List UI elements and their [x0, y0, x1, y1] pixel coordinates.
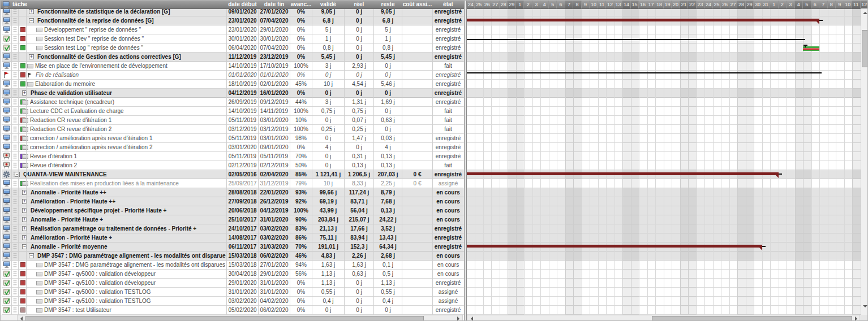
row-drag-handle[interactable]: [13, 144, 17, 150]
column-header-fin[interactable]: date fin: [259, 1, 290, 8]
cell-reste[interactable]: 5,45 j: [374, 53, 402, 62]
day-header-cell[interactable]: 24: [704, 1, 712, 8]
cell-reel[interactable]: 0 j: [345, 71, 373, 80]
day-header-cell[interactable]: 2: [524, 1, 532, 8]
cell-reste[interactable]: 0 j: [374, 107, 402, 116]
day-header-cell[interactable]: 27: [729, 1, 737, 8]
cell-reste[interactable]: 207,03 j: [374, 170, 402, 179]
day-header-cell[interactable]: 4: [795, 1, 803, 8]
task-row[interactable]: DMP 3547 - qv5100 : validation développe…: [2, 279, 464, 288]
cell-valide[interactable]: 0 j: [312, 161, 344, 170]
cell-reste[interactable]: 5,46 j: [374, 80, 402, 89]
cell-reel[interactable]: 0 j: [345, 25, 373, 34]
task-row[interactable]: Développement " reprise de données "23/0…: [2, 25, 464, 34]
day-header-cell[interactable]: 9: [582, 1, 590, 8]
cell-cout[interactable]: [402, 242, 432, 251]
cell-fin[interactable]: 31/03/2020: [259, 242, 290, 251]
cell-reste[interactable]: 1,13 j: [374, 279, 402, 288]
cell-debut[interactable]: 06/04/2020: [227, 44, 258, 53]
cell-fin[interactable]: 02/04/2020: [259, 170, 290, 179]
task-row[interactable]: Revue d'itération 105/11/201905/11/20197…: [2, 152, 464, 161]
cell-cout[interactable]: [402, 116, 432, 125]
day-header-cell[interactable]: 9: [836, 1, 844, 8]
cell-cout[interactable]: [402, 34, 432, 44]
cell-avanc[interactable]: 50%: [290, 161, 312, 170]
cell-reel[interactable]: 83,94 j: [345, 233, 373, 242]
cell-reel[interactable]: 2,26 j: [345, 251, 373, 261]
scrollbar-thumb[interactable]: [862, 30, 868, 67]
cell-fin[interactable]: 07/04/2020: [259, 16, 290, 25]
day-header-cell[interactable]: 12: [861, 1, 868, 8]
cell-cout[interactable]: [402, 143, 432, 152]
cell-valide[interactable]: 0 j: [312, 89, 344, 98]
task-row[interactable]: +Amélioration - Priorité Haute ++27/09/2…: [2, 197, 464, 206]
cell-reel[interactable]: 215,07 j: [345, 215, 373, 224]
day-header-cell[interactable]: 7: [565, 1, 573, 8]
cell-cout[interactable]: [402, 80, 432, 89]
cell-reel[interactable]: 117,24 j: [345, 188, 373, 197]
cell-cout[interactable]: [402, 270, 432, 279]
day-header-cell[interactable]: 15: [631, 1, 639, 8]
cell-debut[interactable]: 14/10/2019: [227, 62, 258, 71]
cell-etat[interactable]: enregistré: [433, 143, 463, 152]
cell-fin[interactable]: 27/01/2020: [259, 261, 290, 270]
cell-debut[interactable]: 28/08/2018: [227, 188, 258, 197]
cell-cout[interactable]: [402, 125, 432, 134]
day-header-cell[interactable]: 19: [664, 1, 672, 8]
cell-debut[interactable]: 11/12/2019: [227, 53, 258, 62]
cell-valide[interactable]: 1,63 j: [312, 261, 344, 270]
task-row[interactable]: Assistance technique (encadreur)26/09/20…: [2, 98, 464, 107]
cell-fin[interactable]: 17/10/2019: [259, 62, 290, 71]
cell-fin[interactable]: 31/01/2020: [259, 288, 290, 297]
cell-debut[interactable]: 26/09/2019: [227, 98, 258, 107]
cell-avanc[interactable]: 44%: [290, 98, 312, 107]
cell-debut[interactable]: 02/12/2019: [227, 161, 258, 170]
cell-reste[interactable]: 0,03 j: [374, 134, 402, 143]
cell-reste[interactable]: 6,8 j: [374, 16, 402, 25]
task-row[interactable]: −Anomalie - Priorité moyenne06/11/201731…: [2, 242, 464, 251]
day-header-cell[interactable]: 11: [598, 1, 606, 8]
gantt-summary-bar[interactable]: [467, 245, 762, 248]
day-header-cell[interactable]: 24: [467, 1, 475, 8]
cell-valide[interactable]: 191,01 j: [312, 242, 344, 251]
day-header-cell[interactable]: 23: [697, 1, 704, 8]
cell-debut[interactable]: 05/02/2020: [227, 306, 258, 315]
row-drag-handle[interactable]: [13, 153, 17, 159]
cell-debut[interactable]: 15/03/2018: [227, 261, 258, 270]
cell-reste[interactable]: 0,63 j: [374, 116, 402, 125]
cell-reste[interactable]: 7,68 j: [374, 197, 402, 206]
cell-cout[interactable]: 0 €: [402, 179, 432, 188]
day-header-cell[interactable]: 17: [647, 1, 655, 8]
cell-avanc[interactable]: 0%: [290, 279, 312, 288]
cell-valide[interactable]: 75,11 j: [312, 233, 344, 242]
row-drag-handle[interactable]: [13, 298, 17, 304]
task-row[interactable]: Redaction CR revue d'itération 203/12/20…: [2, 125, 464, 134]
cell-debut[interactable]: 27/09/2018: [227, 197, 258, 206]
cell-etat[interactable]: fait: [433, 107, 463, 116]
cell-valide[interactable]: 6,8 j: [312, 16, 344, 25]
cell-avanc[interactable]: 46%: [290, 251, 312, 261]
cell-avanc[interactable]: 0%: [290, 143, 312, 152]
cell-valide[interactable]: 5,45 j: [312, 53, 344, 62]
task-row[interactable]: −QUANTA-VIEW MAINTENANCE02/05/201602/04/…: [2, 170, 464, 179]
cell-reel[interactable]: 8,33 j: [345, 179, 373, 188]
cell-cout[interactable]: [402, 62, 432, 71]
cell-avanc[interactable]: 100%: [290, 206, 312, 215]
day-header-cell[interactable]: 22: [688, 1, 696, 8]
cell-etat[interactable]: enregistré: [433, 233, 463, 242]
day-header-cell[interactable]: 14: [622, 1, 630, 8]
cell-fin[interactable]: 14/11/2019: [259, 107, 290, 116]
cell-avanc[interactable]: 85%: [290, 170, 312, 179]
cell-valide[interactable]: 0,75 j: [312, 107, 344, 116]
cell-valide[interactable]: 0 j: [312, 134, 344, 143]
cell-debut[interactable]: 06/11/2017: [227, 242, 258, 251]
cell-fin[interactable]: 06/02/2020: [259, 251, 290, 261]
cell-debut[interactable]: 23/01/2020: [227, 25, 258, 34]
day-header-cell[interactable]: 25: [713, 1, 721, 8]
cell-debut[interactable]: 05/11/2019: [227, 134, 258, 143]
row-drag-handle[interactable]: [13, 271, 17, 277]
cell-fin[interactable]: 22/01/2020: [259, 188, 290, 197]
cell-valide[interactable]: 1,13 j: [312, 279, 344, 288]
cell-reel[interactable]: 152,3 j: [345, 242, 373, 251]
cell-valide[interactable]: 21,13 j: [312, 224, 344, 233]
